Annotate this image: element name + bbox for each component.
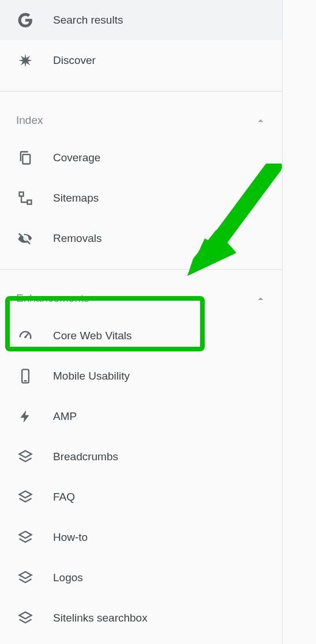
bolt-icon bbox=[16, 407, 35, 426]
asterisk-icon bbox=[16, 51, 35, 70]
visibility-off-icon bbox=[16, 229, 35, 248]
sidebar-item-breadcrumbs[interactable]: Breadcrumbs bbox=[0, 437, 282, 477]
sidebar-item-sitelinks-searchbox[interactable]: Sitelinks searchbox bbox=[0, 598, 282, 638]
svg-rect-1 bbox=[20, 192, 24, 196]
nav-label: Logos bbox=[53, 571, 83, 584]
section-index: Index Coverage Sitemaps bbox=[0, 92, 282, 259]
nav-label: Discover bbox=[53, 54, 96, 67]
layers-icon bbox=[16, 448, 35, 466]
speed-icon bbox=[16, 327, 35, 345]
layers-icon bbox=[16, 569, 35, 587]
sidebar-item-amp[interactable]: AMP bbox=[0, 396, 282, 437]
top-items: Search results Discover bbox=[0, 0, 282, 81]
smartphone-icon bbox=[16, 367, 35, 385]
sidebar-item-faq[interactable]: FAQ bbox=[0, 477, 282, 517]
sidebar-item-how-to[interactable]: How-to bbox=[0, 517, 282, 558]
section-header-index[interactable]: Index bbox=[0, 103, 282, 138]
nav-label: Core Web Vitals bbox=[53, 329, 132, 342]
nav-label: How-to bbox=[53, 531, 88, 544]
section-header-enhancements[interactable]: Enhancements bbox=[0, 281, 282, 316]
sidebar: Search results Discover Index bbox=[0, 0, 283, 644]
svg-point-3 bbox=[24, 336, 27, 339]
nav-label: FAQ bbox=[53, 491, 75, 503]
nav-label: Mobile Usability bbox=[53, 370, 130, 382]
nav-label: Search results bbox=[53, 14, 123, 26]
chevron-up-icon bbox=[254, 115, 266, 126]
google-icon bbox=[16, 11, 35, 29]
sidebar-item-logos[interactable]: Logos bbox=[0, 558, 282, 598]
sidebar-item-core-web-vitals[interactable]: Core Web Vitals bbox=[0, 316, 282, 356]
section-enhancements: Enhancements Core Web Vitals bbox=[0, 270, 282, 638]
copy-doc-icon bbox=[16, 149, 35, 167]
sidebar-item-mobile-usability[interactable]: Mobile Usability bbox=[0, 356, 282, 396]
section-title: Index bbox=[16, 114, 43, 127]
nav-label: Coverage bbox=[53, 151, 100, 164]
nav-label: Sitelinks searchbox bbox=[53, 612, 148, 624]
sidebar-item-removals[interactable]: Removals bbox=[0, 218, 282, 259]
sidebar-item-coverage[interactable]: Coverage bbox=[0, 138, 282, 178]
sidebar-item-discover[interactable]: Discover bbox=[0, 40, 282, 81]
sidebar-item-search-results[interactable]: Search results bbox=[0, 0, 282, 40]
nav-label: AMP bbox=[53, 410, 77, 423]
tree-icon bbox=[16, 189, 35, 207]
nav-label: Breadcrumbs bbox=[53, 450, 118, 463]
svg-rect-2 bbox=[28, 200, 32, 204]
section-title: Enhancements bbox=[16, 292, 89, 305]
svg-rect-0 bbox=[22, 154, 30, 164]
layers-icon bbox=[16, 488, 35, 506]
sidebar-item-sitemaps[interactable]: Sitemaps bbox=[0, 178, 282, 218]
layers-icon bbox=[16, 609, 35, 627]
chevron-up-icon bbox=[254, 293, 266, 304]
nav-label: Sitemaps bbox=[53, 192, 99, 204]
layers-icon bbox=[16, 528, 35, 547]
nav-label: Removals bbox=[53, 232, 101, 245]
